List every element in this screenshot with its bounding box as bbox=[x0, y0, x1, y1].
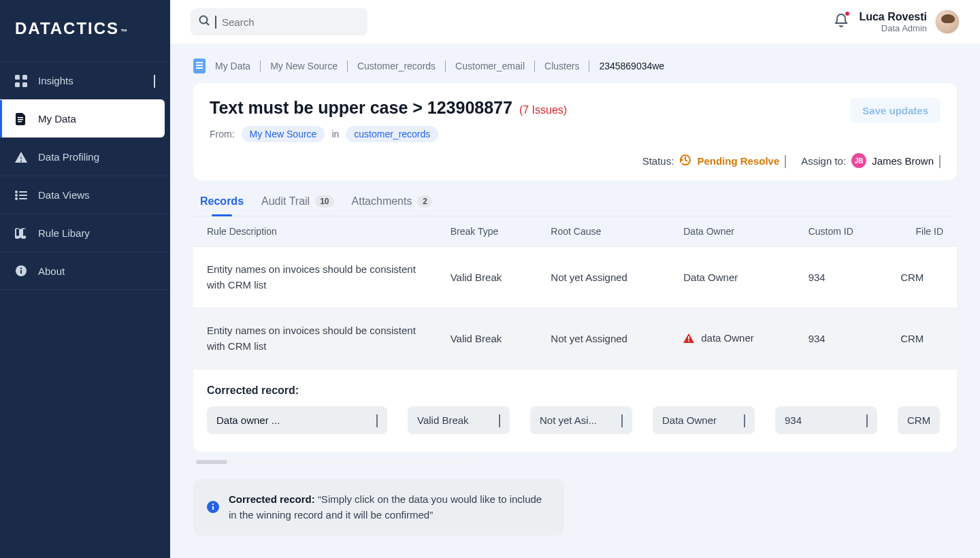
tab-attachments[interactable]: Attachments 2 bbox=[352, 187, 433, 216]
svg-point-15 bbox=[20, 267, 22, 269]
corrected-select-dataowner[interactable]: Data Owner bbox=[653, 406, 755, 434]
chevron-right-icon bbox=[260, 61, 261, 71]
chevron-down-icon bbox=[376, 414, 378, 426]
main: Luca Rovesti Data Admin My Data My New S… bbox=[170, 0, 980, 558]
svg-rect-8 bbox=[19, 191, 27, 193]
svg-point-16 bbox=[200, 16, 208, 24]
page-title: Text must be upper case > 123908877 bbox=[210, 98, 512, 118]
breadcrumb-link[interactable]: Customer_email bbox=[455, 61, 525, 71]
count-badge: 2 bbox=[417, 195, 432, 208]
svg-rect-5 bbox=[18, 119, 23, 120]
column-header[interactable]: Rule Description bbox=[193, 216, 437, 247]
sidebar-item-about[interactable]: About bbox=[0, 252, 170, 290]
info-icon bbox=[15, 265, 27, 277]
column-header[interactable]: Root Cause bbox=[537, 216, 670, 247]
cell-owner: Data Owner bbox=[670, 247, 794, 308]
sidebar-item-my-data[interactable]: My Data bbox=[0, 99, 165, 137]
cell-root: Not yet Assigned bbox=[537, 308, 670, 370]
from-label: From: bbox=[210, 129, 235, 140]
source-chip[interactable]: My New Source bbox=[242, 126, 325, 142]
user-menu[interactable]: Luca Rovesti Data Admin bbox=[859, 10, 960, 34]
column-header[interactable]: Break Type bbox=[437, 216, 538, 247]
chevron-down-icon bbox=[939, 155, 941, 167]
horizontal-scrollbar[interactable] bbox=[196, 460, 468, 464]
cell-break: Valid Break bbox=[437, 247, 538, 308]
assign-selector[interactable]: Assign to: JB James Brown bbox=[801, 153, 941, 168]
corrected-select-break[interactable]: Valid Break bbox=[408, 406, 510, 434]
sidebar: DATACTICS™ Insights My Data Data Profili… bbox=[0, 0, 170, 558]
table-row[interactable]: Entity names on invoices should be consi… bbox=[193, 308, 957, 370]
pending-icon bbox=[679, 154, 691, 168]
chevron-down-icon bbox=[744, 414, 745, 426]
tabs: Records Audit Trail 10 Attachments 2 bbox=[193, 187, 957, 216]
search-icon bbox=[199, 15, 210, 29]
breadcrumb-link[interactable]: My Data bbox=[215, 61, 250, 71]
breadcrumb: My Data My New Source Customer_records C… bbox=[193, 59, 957, 73]
search-box[interactable] bbox=[191, 8, 368, 35]
chevron-down-icon bbox=[215, 16, 216, 28]
breadcrumb-link[interactable]: Clusters bbox=[544, 61, 579, 71]
sidebar-item-label: Rule Libary bbox=[38, 227, 90, 239]
dashboard-icon bbox=[15, 75, 27, 87]
chevron-right-icon bbox=[445, 61, 446, 71]
warning-icon bbox=[683, 333, 694, 343]
sidebar-item-data-profiling[interactable]: Data Profiling bbox=[0, 137, 170, 176]
corrected-record-title: Corrected record: bbox=[207, 384, 943, 397]
list-icon bbox=[15, 189, 27, 201]
sidebar-item-insights[interactable]: Insights bbox=[0, 61, 170, 99]
sidebar-item-data-views[interactable]: Data Views bbox=[0, 176, 170, 214]
breadcrumb-link[interactable]: My New Source bbox=[270, 61, 338, 71]
brand-logo: DATACTICS™ bbox=[0, 0, 170, 61]
sidebar-item-label: My Data bbox=[38, 113, 76, 125]
cell-owner: data Owner bbox=[670, 308, 794, 370]
sidebar-item-rule-library[interactable]: Rule Libary bbox=[0, 214, 170, 252]
user-name: Luca Rovesti bbox=[859, 11, 927, 23]
svg-point-9 bbox=[15, 194, 18, 197]
cell-custom: 934 bbox=[795, 308, 887, 370]
tab-records[interactable]: Records bbox=[200, 187, 244, 216]
column-header[interactable]: Data Owner bbox=[670, 216, 794, 247]
svg-rect-0 bbox=[15, 75, 20, 80]
warning-icon bbox=[15, 151, 27, 163]
svg-rect-10 bbox=[19, 195, 27, 196]
book-icon bbox=[15, 227, 27, 240]
chevron-down-icon bbox=[499, 414, 500, 426]
table-chip[interactable]: customer_records bbox=[346, 126, 438, 142]
info-icon bbox=[207, 491, 219, 523]
svg-rect-14 bbox=[20, 270, 22, 274]
corrected-select-file[interactable]: CRM bbox=[898, 406, 940, 434]
cell-break: Valid Break bbox=[437, 308, 538, 370]
issues-count: (7 Issues) bbox=[519, 104, 567, 116]
sidebar-item-label: About bbox=[38, 265, 65, 277]
svg-rect-18 bbox=[688, 336, 689, 340]
tab-audit-trail[interactable]: Audit Trail 10 bbox=[261, 187, 334, 216]
table-row[interactable]: Entity names on invoices should be consi… bbox=[193, 247, 957, 308]
document-icon bbox=[193, 59, 206, 73]
chevron-down-icon bbox=[154, 75, 155, 86]
svg-rect-1 bbox=[22, 75, 27, 80]
column-header[interactable]: Custom ID bbox=[795, 216, 887, 247]
save-updates-button[interactable]: Save updates bbox=[850, 98, 941, 123]
chevron-down-icon bbox=[866, 414, 868, 426]
sidebar-item-label: Data Views bbox=[38, 189, 90, 201]
svg-point-7 bbox=[15, 191, 18, 193]
column-header[interactable]: File ID bbox=[887, 216, 957, 247]
svg-rect-4 bbox=[18, 117, 23, 118]
corrected-select-root[interactable]: Not yet Asi... bbox=[530, 406, 632, 434]
cell-file: CRM bbox=[887, 308, 957, 370]
corrected-select-owner[interactable]: Data owner ... bbox=[207, 406, 387, 434]
svg-rect-12 bbox=[19, 198, 27, 199]
notifications-button[interactable] bbox=[834, 13, 848, 31]
svg-rect-3 bbox=[22, 82, 27, 87]
sidebar-item-label: Insights bbox=[38, 75, 74, 86]
chevron-right-icon bbox=[347, 61, 348, 71]
corrected-select-custom[interactable]: 934 bbox=[775, 406, 877, 434]
svg-line-17 bbox=[206, 22, 209, 25]
search-input[interactable] bbox=[222, 16, 359, 28]
primary-nav: Insights My Data Data Profiling Data Vie… bbox=[0, 61, 170, 290]
status-selector[interactable]: Status: Pending Resolve bbox=[642, 154, 787, 168]
breadcrumb-link[interactable]: Customer_records bbox=[357, 61, 436, 71]
cell-desc: Entity names on invoices should be consi… bbox=[193, 247, 437, 308]
chevron-right-icon bbox=[589, 61, 589, 71]
from-in: in bbox=[331, 129, 339, 140]
